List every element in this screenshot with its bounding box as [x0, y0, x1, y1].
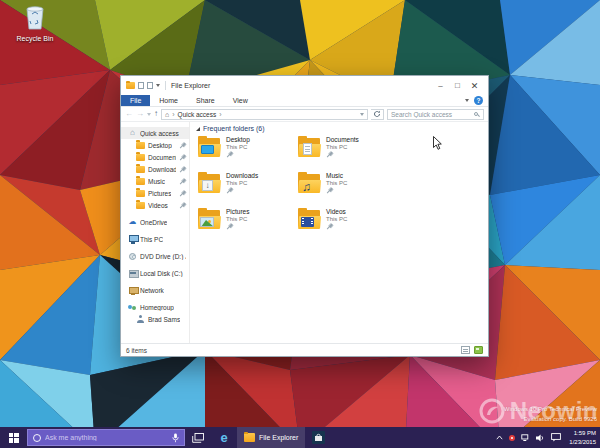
watermark-line1: Windows 10 Pro Technical Preview: [504, 405, 597, 414]
evaluation-watermark: Windows 10 Pro Technical Preview Evaluat…: [504, 405, 597, 424]
taskbar: e File Explorer: [0, 427, 600, 448]
title-bar[interactable]: File Explorer – □ ✕: [121, 76, 488, 95]
sidebar-item-videos[interactable]: Videos: [121, 199, 189, 211]
store-button[interactable]: [305, 427, 331, 448]
pin-icon: [178, 188, 188, 198]
maximize-button[interactable]: □: [449, 79, 466, 93]
desktop-folder-icon: [198, 136, 222, 157]
sidebar-item-quick-access[interactable]: ⌂ Quick access: [121, 127, 189, 139]
help-icon[interactable]: ?: [474, 96, 483, 105]
up-button[interactable]: ↑: [154, 110, 158, 118]
refresh-icon: [373, 110, 381, 118]
minimize-button[interactable]: –: [432, 79, 449, 93]
refresh-button[interactable]: [371, 109, 384, 120]
breadcrumb-path[interactable]: Quick access: [178, 111, 217, 118]
quick-access-home-icon: ⌂: [165, 111, 169, 118]
task-view-button[interactable]: [185, 427, 211, 448]
sidebar-item-local-disk[interactable]: Local Disk (C:): [121, 267, 189, 279]
address-input[interactable]: ⌂ › Quick access ›: [161, 109, 368, 120]
address-dropdown-chevron-icon[interactable]: [360, 113, 364, 116]
group-collapse-icon[interactable]: [196, 127, 200, 131]
folder-icon: [136, 178, 145, 185]
qat-customize-chevron-icon[interactable]: [156, 84, 160, 87]
search-input[interactable]: [391, 111, 472, 118]
sidebar-item-network[interactable]: Network: [121, 284, 189, 296]
computer-icon: [128, 235, 137, 244]
network-tray-icon[interactable]: [521, 433, 530, 442]
tile-videos[interactable]: Videos This PC: [298, 207, 398, 243]
tile-desktop[interactable]: Desktop This PC: [198, 135, 298, 171]
folder-icon: [136, 190, 145, 197]
neowin-logo-icon: [479, 398, 505, 424]
close-button[interactable]: ✕: [466, 79, 483, 93]
titlebar-separator: [165, 81, 166, 90]
microphone-icon[interactable]: [172, 433, 179, 443]
volume-tray-icon[interactable]: [536, 434, 545, 442]
watermark-line2: Evaluation copy. Build 9926: [504, 415, 597, 424]
pin-icon: [325, 150, 335, 160]
tab-view[interactable]: View: [224, 95, 257, 106]
recent-locations-chevron-icon[interactable]: [147, 113, 151, 116]
mouse-cursor: [433, 136, 443, 151]
system-tray: 1:59 PM 1/23/2015: [496, 429, 600, 446]
sidebar-item-desktop[interactable]: Desktop: [121, 139, 189, 151]
search-icon: [474, 112, 478, 116]
sidebar-item-homegroup[interactable]: Homegroup: [121, 301, 189, 313]
sidebar-item-documents[interactable]: Documents: [121, 151, 189, 163]
forward-button[interactable]: →: [136, 110, 144, 118]
qat-properties-icon[interactable]: [138, 82, 144, 89]
pin-icon: [178, 140, 188, 150]
pin-icon: [225, 186, 235, 196]
tab-share[interactable]: Share: [187, 95, 224, 106]
tile-music[interactable]: ♫ Music This PC: [298, 171, 398, 207]
pin-icon: [178, 152, 188, 162]
folder-icon: [136, 166, 145, 173]
internet-explorer-button[interactable]: e: [211, 427, 237, 448]
store-icon: [312, 431, 325, 444]
tab-file[interactable]: File: [121, 95, 150, 106]
recycle-bin[interactable]: Recycle Bin: [12, 3, 58, 42]
pin-icon: [178, 200, 188, 210]
sidebar-item-music[interactable]: Music: [121, 175, 189, 187]
group-header[interactable]: Frequent folders (6): [196, 125, 264, 132]
file-explorer-button-label: File Explorer: [259, 434, 298, 441]
pin-icon: [325, 186, 335, 196]
breadcrumb-separator: ›: [219, 111, 221, 118]
start-button[interactable]: [0, 427, 27, 448]
tile-downloads[interactable]: ↓ Downloads This PC: [198, 171, 298, 207]
breadcrumb-separator: ›: [172, 111, 174, 118]
tile-pictures[interactable]: Pictures This PC: [198, 207, 298, 243]
clock-time: 1:59 PM: [569, 429, 596, 438]
ribbon-expand-chevron-icon[interactable]: [465, 99, 469, 102]
taskbar-search-input[interactable]: [45, 434, 168, 441]
window-title: File Explorer: [171, 82, 210, 89]
homegroup-icon: [128, 303, 137, 312]
sidebar-item-downloads[interactable]: Downloads: [121, 163, 189, 175]
sidebar-item-brad-sams[interactable]: Brad Sams: [121, 313, 189, 325]
sidebar-item-dvd-drive[interactable]: DVD Drive (D:) J_CC: [121, 250, 189, 262]
cortana-icon: [33, 434, 41, 442]
sidebar-item-pictures[interactable]: Pictures: [121, 187, 189, 199]
taskbar-clock[interactable]: 1:59 PM 1/23/2015: [567, 429, 596, 446]
folder-icon: [136, 202, 145, 209]
tile-documents[interactable]: Documents This PC: [298, 135, 398, 171]
tab-home[interactable]: Home: [150, 95, 187, 106]
sidebar-item-this-pc[interactable]: This PC: [121, 233, 189, 245]
file-explorer-taskbar-button[interactable]: File Explorer: [237, 427, 305, 448]
pin-icon: [225, 150, 235, 160]
hard-disk-icon: [128, 269, 137, 278]
sidebar-item-onedrive[interactable]: ☁ OneDrive: [121, 216, 189, 228]
action-center-icon[interactable]: [551, 433, 561, 442]
address-bar: ← → ↑ ⌂ › Quick access ›: [121, 107, 488, 122]
details-view-icon[interactable]: [461, 346, 470, 354]
large-icons-view-icon[interactable]: [474, 346, 483, 354]
status-bar: 6 items: [121, 343, 488, 356]
qat-new-folder-icon[interactable]: [147, 82, 153, 89]
tray-expand-icon[interactable]: [496, 435, 503, 440]
taskbar-search-box[interactable]: [27, 429, 185, 446]
defender-tray-icon[interactable]: [509, 435, 515, 441]
search-box[interactable]: [387, 109, 484, 120]
videos-folder-icon: [298, 208, 322, 229]
back-button[interactable]: ←: [125, 110, 133, 118]
content-pane: Frequent folders (6) Desktop This PC: [190, 122, 488, 343]
